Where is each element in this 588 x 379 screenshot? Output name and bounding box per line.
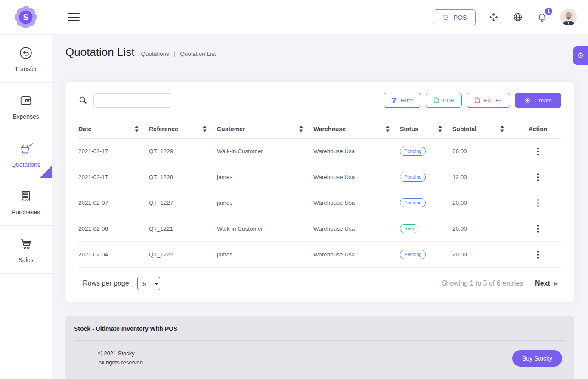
table-footer: Rows per page: 5 Showing 1 to 5 of 6 ent…	[78, 268, 561, 296]
column-header-date[interactable]: Date	[78, 126, 149, 132]
plus-circle-icon	[524, 97, 531, 104]
cell-warehouse: Warehouse Usa	[313, 251, 400, 258]
cart-icon	[442, 13, 449, 21]
cell-action	[514, 170, 561, 184]
sidebar-item-label: Expenses	[12, 113, 39, 120]
sidebar-item-sales[interactable]: Sales	[0, 226, 52, 274]
column-header-status[interactable]: Status	[400, 126, 452, 132]
sidebar-item-transfer[interactable]: Transfer	[0, 35, 52, 83]
app-root: S POS	[0, 0, 588, 379]
column-label: Status	[400, 126, 418, 132]
row-actions-menu-button[interactable]	[533, 248, 543, 262]
sidebar-item-expenses[interactable]: Expenses	[0, 83, 52, 130]
column-header-subtotal[interactable]: Subtotal	[452, 126, 514, 132]
table-row[interactable]: 2021-02-17 QT_1229 Walk-in Customer Ware…	[78, 139, 561, 164]
row-actions-menu-button[interactable]	[533, 170, 543, 184]
next-page-button[interactable]: Next ▶	[535, 280, 558, 287]
table-row[interactable]: 2021-02-07 QT_1227 james Warehouse Usa P…	[78, 190, 561, 216]
pos-button[interactable]: POS	[433, 9, 476, 25]
status-badge: Pending	[400, 198, 426, 207]
page-title: Quotation List	[65, 46, 134, 59]
cell-reference: QT_1222	[149, 251, 217, 258]
row-actions-menu-button[interactable]	[533, 196, 543, 210]
row-actions-menu-button[interactable]	[533, 145, 543, 158]
footer-title: Stock - Ultimate Inventory With POS	[74, 325, 566, 341]
cell-date: 2021-02-17	[78, 148, 149, 154]
sort-icon	[438, 126, 442, 132]
column-header-warehouse[interactable]: Warehouse	[313, 126, 400, 132]
row-actions-menu-button[interactable]	[533, 222, 543, 236]
cell-action	[514, 248, 561, 262]
status-badge: Pending	[400, 147, 426, 156]
sidebar-item-quotations[interactable]: Quotations	[0, 130, 52, 178]
logo-icon: S	[13, 5, 38, 30]
quotations-table: Date Reference Customer Warehouse	[78, 120, 561, 268]
search-input[interactable]	[93, 93, 172, 108]
sidebar-item-purchases[interactable]: Purchases	[0, 178, 52, 226]
table-header-row: Date Reference Customer Warehouse	[78, 120, 561, 139]
sort-icon	[203, 126, 207, 132]
expand-arrows-icon	[489, 12, 499, 22]
pdf-button-label: PDF	[443, 97, 454, 104]
cell-subtotal: 20.00	[452, 200, 514, 206]
footer: Stock - Ultimate Inventory With POS © 20…	[65, 316, 574, 379]
search-area	[78, 93, 172, 108]
status-badge: Sent	[400, 224, 418, 233]
cell-status: Sent	[400, 224, 452, 233]
status-badge: Pending	[400, 250, 426, 259]
column-header-reference[interactable]: Reference	[149, 126, 217, 132]
buy-stocky-button[interactable]: Buy Stocky	[512, 350, 562, 367]
user-avatar[interactable]	[560, 9, 577, 25]
purchases-icon	[18, 188, 34, 204]
notifications-button[interactable]: 1	[536, 11, 548, 24]
cell-subtotal: 66.00	[452, 148, 514, 154]
excel-file-icon	[474, 97, 480, 103]
breadcrumb: Quotations | Quotation List	[141, 51, 216, 57]
transfer-icon	[18, 45, 34, 61]
cell-reference: QT_1228	[149, 174, 217, 180]
table-row[interactable]: 2021-02-17 QT_1228 james Warehouse Usa P…	[78, 164, 561, 190]
cell-status: Pending	[400, 250, 452, 259]
excel-export-button[interactable]: EXCEL	[467, 93, 510, 108]
filter-button[interactable]: Filter	[384, 93, 421, 108]
cell-customer: james	[217, 200, 313, 206]
status-badge: Pending	[400, 173, 426, 182]
column-label: Reference	[149, 126, 178, 132]
create-button-label: Create	[534, 97, 552, 104]
globe-icon	[513, 12, 523, 22]
filter-icon	[391, 98, 397, 103]
cell-status: Pending	[400, 147, 452, 156]
svg-text:S: S	[23, 12, 29, 22]
settings-button[interactable]: ⚙	[573, 46, 588, 65]
cell-status: Pending	[400, 198, 452, 207]
rows-per-page-select[interactable]: 5	[137, 277, 160, 290]
column-header-customer[interactable]: Customer	[217, 126, 313, 132]
column-label: Warehouse	[313, 126, 346, 132]
column-label: Action	[529, 126, 548, 132]
cell-reference: QT_1221	[149, 225, 217, 232]
breadcrumb-quotation-list[interactable]: Quotation List	[180, 51, 216, 57]
cell-action	[514, 145, 561, 158]
next-button-label: Next	[535, 280, 550, 287]
cell-customer: Walk-in Customer	[217, 148, 313, 154]
sales-icon	[18, 236, 34, 252]
sort-icon	[299, 126, 303, 132]
table-row[interactable]: 2021-02-04 QT_1222 james Warehouse Usa P…	[78, 242, 561, 268]
menu-toggle-button[interactable]	[65, 11, 82, 24]
cell-date: 2021-02-17	[78, 174, 149, 180]
filter-button-label: Filter	[400, 97, 413, 104]
breadcrumb-quotations[interactable]: Quotations	[141, 51, 169, 57]
table-row[interactable]: 2021-02-06 QT_1221 Walk-in Customer Ware…	[78, 216, 561, 242]
app-logo[interactable]: S	[0, 5, 52, 30]
language-button[interactable]	[512, 11, 524, 23]
search-icon	[78, 96, 88, 105]
cell-warehouse: Warehouse Usa	[313, 225, 400, 232]
pdf-export-button[interactable]: PDF	[426, 93, 462, 108]
create-button[interactable]: Create	[515, 93, 561, 108]
table-body: 2021-02-17 QT_1229 Walk-in Customer Ware…	[78, 139, 561, 268]
breadcrumb-separator: |	[174, 51, 176, 57]
avatar-image	[560, 9, 577, 25]
sort-icon	[386, 126, 390, 132]
fullscreen-button[interactable]	[488, 11, 500, 23]
cell-customer: james	[217, 251, 313, 258]
